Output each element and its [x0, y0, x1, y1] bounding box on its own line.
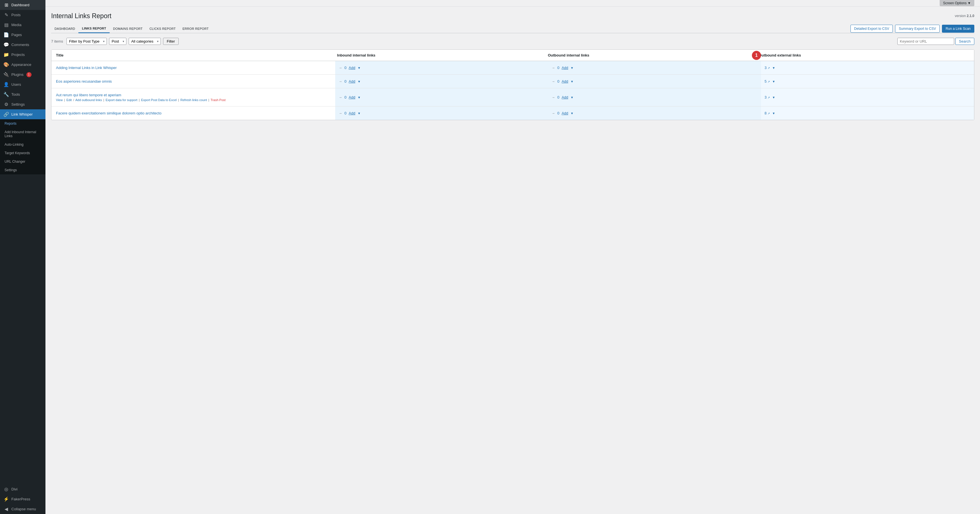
row4-external-dropdown[interactable]: ▼	[772, 111, 775, 115]
row3-outbound-dropdown[interactable]: ▼	[570, 96, 574, 99]
pages-icon: 📄	[3, 32, 9, 38]
row3-trash-link[interactable]: Trash Post	[210, 98, 226, 102]
row4-outbound-dropdown[interactable]: ▼	[570, 111, 574, 115]
row3-export-support-link[interactable]: Export data for support	[106, 98, 137, 102]
sidebar-item-tools[interactable]: 🔧 Tools	[0, 89, 45, 99]
post-type-select[interactable]: Filter by Post Type	[67, 38, 107, 45]
row4-inbound-cell: → 0 Add ▼	[335, 107, 548, 120]
row1-outbound-count[interactable]: 0	[557, 65, 559, 70]
row3-edit-link[interactable]: Edit	[67, 98, 72, 102]
row2-title-link[interactable]: Eos asperiores recusandae omnis	[56, 79, 112, 83]
row4-external-count[interactable]: 8 ↗	[764, 111, 770, 115]
row3-actions: View | Edit / Add outbound links | Expor…	[56, 98, 331, 102]
sidebar-item-pages[interactable]: 📄 Pages	[0, 30, 45, 40]
post-value-select-wrapper: Post	[109, 38, 126, 45]
row1-inbound-dropdown[interactable]: ▼	[358, 66, 361, 70]
row2-outbound-add[interactable]: Add	[562, 79, 568, 83]
row1-external-count[interactable]: 3 ↗	[764, 65, 770, 70]
row3-inbound-count[interactable]: 0	[344, 95, 346, 99]
collapse-icon: ◀	[3, 506, 9, 512]
row1-outbound-add[interactable]: Add	[562, 65, 568, 70]
row3-external-dropdown[interactable]: ▼	[772, 96, 775, 99]
row1-title-cell: Adding Internal Links in Link Whisper	[51, 61, 335, 75]
sidebar-item-projects[interactable]: 📁 Projects	[0, 50, 45, 60]
row4-outbound-count[interactable]: 0	[557, 111, 559, 115]
sidebar-item-posts[interactable]: ✎ Posts	[0, 10, 45, 20]
row2-outbound-count[interactable]: 0	[557, 79, 559, 83]
row3-inbound-dropdown[interactable]: ▼	[358, 96, 361, 99]
outbound-badge: 1	[752, 51, 761, 60]
sidebar-item-target-keywords[interactable]: Target Keywords	[0, 149, 45, 158]
search-button[interactable]: Search	[955, 38, 974, 45]
row2-outbound-cell: → 0 Add ▼	[548, 75, 761, 88]
table-row: Facere quidem exercitationem similique d…	[51, 107, 974, 120]
sidebar-item-reports[interactable]: Reports	[0, 119, 45, 128]
tab-links-report[interactable]: LINKS REPORT	[78, 24, 110, 33]
row4-inbound-dropdown[interactable]: ▼	[358, 111, 361, 115]
sidebar-item-fakerpress[interactable]: ⚡ FakerPress	[0, 494, 45, 504]
row1-title-link[interactable]: Adding Internal Links in Link Whisper	[56, 65, 117, 70]
sidebar-item-auto-linking[interactable]: Auto-Linking	[0, 140, 45, 149]
sidebar-item-link-whisper[interactable]: 🔗 Link Whisper	[0, 109, 45, 119]
row3-title-link[interactable]: Aut rerum qui libero tempore et aperiam	[56, 93, 121, 97]
report-table: Title Inbound internal links Outbound in…	[51, 49, 974, 120]
table-row: Eos asperiores recusandae omnis → 0 Add …	[51, 75, 974, 88]
categories-select[interactable]: All categories	[129, 38, 161, 45]
row1-inbound-count[interactable]: 0	[344, 65, 346, 70]
row1-outbound-cell: → 0 Add ▼	[548, 61, 761, 75]
sidebar-item-media[interactable]: ▤ Media	[0, 20, 45, 30]
row2-inbound-add[interactable]: Add	[349, 79, 355, 83]
sidebar-item-lw-settings[interactable]: Settings	[0, 166, 45, 174]
row4-title-link[interactable]: Facere quidem exercitationem similique d…	[56, 111, 161, 115]
tab-dashboard[interactable]: DASHBOARD	[51, 24, 78, 33]
row2-external-dropdown[interactable]: ▼	[772, 80, 775, 83]
row1-outbound-dropdown[interactable]: ▼	[570, 66, 574, 70]
keyword-input[interactable]	[897, 38, 954, 45]
col-header-inbound: Inbound internal links	[337, 53, 548, 57]
row4-inbound-add[interactable]: Add	[349, 111, 355, 115]
sidebar-item-add-inbound[interactable]: Add Inbound Internal Links	[0, 128, 45, 140]
row3-external-cell: 3 ↗ ▼	[761, 88, 974, 106]
sidebar-item-settings[interactable]: ⚙ Settings	[0, 99, 45, 109]
filter-button[interactable]: Filter	[163, 38, 179, 45]
sidebar-item-url-changer[interactable]: URL Changer	[0, 158, 45, 166]
sidebar-item-divi[interactable]: ◎ Divi	[0, 484, 45, 494]
row3-view-link[interactable]: View	[56, 98, 63, 102]
divi-icon: ◎	[3, 487, 9, 492]
sidebar-item-users[interactable]: 👤 Users	[0, 80, 45, 89]
row3-outbound-add[interactable]: Add	[562, 95, 568, 99]
sidebar-item-appearance[interactable]: 🎨 Appearance	[0, 60, 45, 70]
row1-external-dropdown[interactable]: ▼	[772, 66, 775, 70]
row3-refresh-link[interactable]: Refresh links count	[180, 98, 207, 102]
row4-inbound-count[interactable]: 0	[344, 111, 346, 115]
tab-error-report[interactable]: ERROR REPORT	[179, 24, 212, 33]
sidebar-item-collapse[interactable]: ◀ Collapse menu	[0, 504, 45, 514]
row2-inbound-count[interactable]: 0	[344, 79, 346, 83]
page-title: Internal Links Report	[51, 12, 111, 20]
run-scan-button[interactable]: Run a Link Scan	[942, 25, 974, 33]
row4-external-cell: 8 ↗ ▼	[761, 107, 974, 120]
screen-options-button[interactable]: Screen Options ▼	[940, 0, 974, 6]
sidebar-item-plugins[interactable]: 🔌 Plugins 1	[0, 70, 45, 80]
detailed-export-button[interactable]: Detailed Export to CSV	[851, 25, 893, 33]
row1-inbound-add[interactable]: Add	[349, 65, 355, 70]
row2-title-cell: Eos asperiores recusandae omnis	[51, 75, 335, 88]
row3-external-count[interactable]: 3 ↗	[764, 95, 770, 99]
row3-export-excel-link[interactable]: Export Post Data to Excel	[141, 98, 177, 102]
row3-outbound-cell: → 0 Add ▼	[548, 88, 761, 106]
row3-outbound-count[interactable]: 0	[557, 95, 559, 99]
appearance-icon: 🎨	[3, 62, 9, 67]
row3-add-outbound-link[interactable]: Add outbound links	[75, 98, 102, 102]
row2-inbound-dropdown[interactable]: ▼	[358, 80, 361, 83]
row2-outbound-dropdown[interactable]: ▼	[570, 80, 574, 83]
summary-export-button[interactable]: Summary Export to CSV	[895, 25, 940, 33]
row2-external-count[interactable]: 5 ↗	[764, 79, 770, 83]
table-header: Title Inbound internal links Outbound in…	[51, 50, 974, 61]
row3-inbound-add[interactable]: Add	[349, 95, 355, 99]
row4-outbound-add[interactable]: Add	[562, 111, 568, 115]
tab-clicks-report[interactable]: CLICKS REPORT	[146, 24, 179, 33]
tab-domains-report[interactable]: DOMAINS REPORT	[110, 24, 146, 33]
sidebar-item-comments[interactable]: 💬 Comments	[0, 40, 45, 50]
post-value-select[interactable]: Post	[109, 38, 126, 45]
sidebar-item-dashboard[interactable]: ⊞ Dashboard	[0, 0, 45, 10]
